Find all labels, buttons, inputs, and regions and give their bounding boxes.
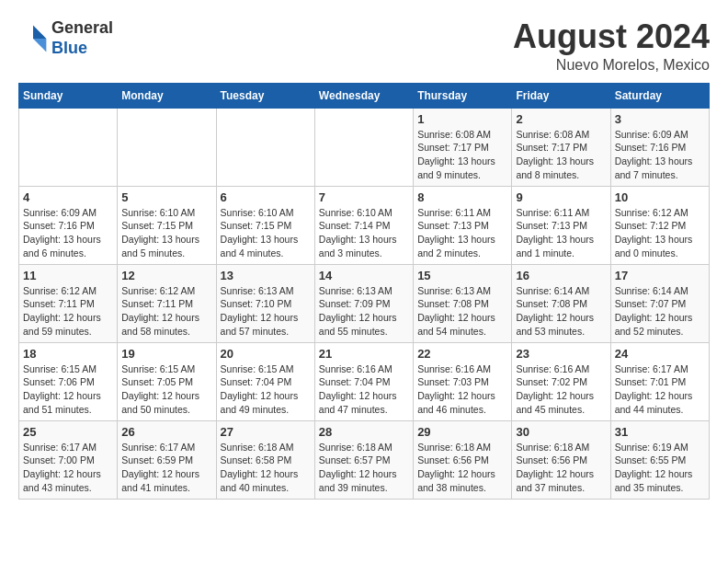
- day-number: 18: [23, 347, 113, 361]
- day-info: Sunrise: 6:14 AM Sunset: 7:08 PM Dayligh…: [516, 284, 606, 339]
- days-of-week-row: SundayMondayTuesdayWednesdayThursdayFrid…: [19, 83, 710, 108]
- day-info: Sunrise: 6:19 AM Sunset: 6:55 PM Dayligh…: [615, 441, 705, 495]
- day-number: 31: [615, 425, 705, 439]
- calendar-cell: [19, 108, 118, 186]
- day-info: Sunrise: 6:15 AM Sunset: 7:04 PM Dayligh…: [221, 362, 311, 417]
- day-number: 8: [417, 190, 507, 204]
- day-info: Sunrise: 6:18 AM Sunset: 6:57 PM Dayligh…: [319, 441, 409, 495]
- week-row-4: 18Sunrise: 6:15 AM Sunset: 7:06 PM Dayli…: [19, 342, 710, 420]
- logo-general: General: [51, 18, 113, 39]
- day-info: Sunrise: 6:15 AM Sunset: 7:06 PM Dayligh…: [23, 362, 113, 417]
- calendar-cell: [314, 108, 413, 186]
- day-of-week-saturday: Saturday: [610, 83, 709, 108]
- week-row-5: 25Sunrise: 6:17 AM Sunset: 7:00 PM Dayli…: [19, 420, 710, 499]
- day-number: 30: [516, 425, 606, 439]
- calendar-cell: 2Sunrise: 6:08 AM Sunset: 7:17 PM Daylig…: [512, 108, 610, 186]
- day-info: Sunrise: 6:13 AM Sunset: 7:08 PM Dayligh…: [417, 284, 507, 339]
- day-of-week-thursday: Thursday: [414, 83, 512, 108]
- day-info: Sunrise: 6:08 AM Sunset: 7:17 PM Dayligh…: [516, 128, 606, 182]
- calendar-cell: 30Sunrise: 6:18 AM Sunset: 6:56 PM Dayli…: [512, 420, 610, 499]
- day-number: 19: [121, 347, 211, 361]
- calendar-cell: 17Sunrise: 6:14 AM Sunset: 7:07 PM Dayli…: [610, 264, 709, 342]
- calendar-cell: 4Sunrise: 6:09 AM Sunset: 7:16 PM Daylig…: [19, 186, 118, 264]
- day-info: Sunrise: 6:11 AM Sunset: 7:13 PM Dayligh…: [417, 206, 507, 260]
- day-number: 26: [121, 425, 211, 439]
- day-number: 6: [221, 190, 311, 204]
- calendar-cell: 6Sunrise: 6:10 AM Sunset: 7:15 PM Daylig…: [216, 186, 314, 264]
- calendar-cell: 5Sunrise: 6:10 AM Sunset: 7:15 PM Daylig…: [118, 186, 216, 264]
- day-info: Sunrise: 6:16 AM Sunset: 7:03 PM Dayligh…: [417, 362, 507, 417]
- location: Nuevo Morelos, Mexico: [513, 57, 710, 74]
- day-info: Sunrise: 6:11 AM Sunset: 7:13 PM Dayligh…: [516, 206, 606, 260]
- day-number: 22: [417, 347, 507, 361]
- day-of-week-wednesday: Wednesday: [314, 83, 413, 108]
- day-number: 20: [221, 347, 311, 361]
- day-number: 24: [615, 347, 705, 361]
- calendar-cell: 10Sunrise: 6:12 AM Sunset: 7:12 PM Dayli…: [610, 186, 709, 264]
- day-number: 28: [319, 425, 409, 439]
- logo-icon: [18, 24, 48, 53]
- day-number: 2: [516, 112, 606, 126]
- day-info: Sunrise: 6:13 AM Sunset: 7:10 PM Dayligh…: [221, 284, 311, 339]
- day-info: Sunrise: 6:18 AM Sunset: 6:56 PM Dayligh…: [516, 441, 606, 495]
- calendar-cell: 29Sunrise: 6:18 AM Sunset: 6:56 PM Dayli…: [414, 420, 512, 499]
- week-row-1: 1Sunrise: 6:08 AM Sunset: 7:17 PM Daylig…: [19, 108, 710, 186]
- calendar-cell: 20Sunrise: 6:15 AM Sunset: 7:04 PM Dayli…: [216, 342, 314, 420]
- calendar-cell: 3Sunrise: 6:09 AM Sunset: 7:16 PM Daylig…: [610, 108, 709, 186]
- day-info: Sunrise: 6:10 AM Sunset: 7:15 PM Dayligh…: [121, 206, 211, 260]
- day-number: 16: [516, 269, 606, 282]
- day-info: Sunrise: 6:15 AM Sunset: 7:05 PM Dayligh…: [121, 362, 211, 417]
- week-row-2: 4Sunrise: 6:09 AM Sunset: 7:16 PM Daylig…: [19, 186, 710, 264]
- day-number: 23: [516, 347, 606, 361]
- day-info: Sunrise: 6:17 AM Sunset: 6:59 PM Dayligh…: [121, 441, 211, 495]
- title-block: August 2024 Nuevo Morelos, Mexico: [513, 18, 710, 74]
- day-of-week-friday: Friday: [512, 83, 610, 108]
- day-of-week-monday: Monday: [118, 83, 216, 108]
- calendar-cell: [118, 108, 216, 186]
- day-info: Sunrise: 6:12 AM Sunset: 7:11 PM Dayligh…: [121, 284, 211, 339]
- calendar-cell: 31Sunrise: 6:19 AM Sunset: 6:55 PM Dayli…: [610, 420, 709, 499]
- calendar-cell: 23Sunrise: 6:16 AM Sunset: 7:02 PM Dayli…: [512, 342, 610, 420]
- day-info: Sunrise: 6:16 AM Sunset: 7:04 PM Dayligh…: [319, 362, 409, 417]
- calendar-cell: 14Sunrise: 6:13 AM Sunset: 7:09 PM Dayli…: [314, 264, 413, 342]
- day-info: Sunrise: 6:13 AM Sunset: 7:09 PM Dayligh…: [319, 284, 409, 339]
- day-info: Sunrise: 6:18 AM Sunset: 6:58 PM Dayligh…: [221, 441, 311, 495]
- logo-text: General Blue: [51, 18, 113, 58]
- month-year: August 2024: [513, 18, 710, 55]
- svg-marker-0: [33, 25, 46, 38]
- day-number: 4: [23, 190, 113, 204]
- calendar-cell: 26Sunrise: 6:17 AM Sunset: 6:59 PM Dayli…: [118, 420, 216, 499]
- day-number: 12: [121, 269, 211, 282]
- day-info: Sunrise: 6:18 AM Sunset: 6:56 PM Dayligh…: [417, 441, 507, 495]
- day-info: Sunrise: 6:09 AM Sunset: 7:16 PM Dayligh…: [615, 128, 705, 182]
- calendar-cell: 12Sunrise: 6:12 AM Sunset: 7:11 PM Dayli…: [118, 264, 216, 342]
- day-number: 3: [615, 112, 705, 126]
- calendar-cell: 13Sunrise: 6:13 AM Sunset: 7:10 PM Dayli…: [216, 264, 314, 342]
- calendar-cell: 18Sunrise: 6:15 AM Sunset: 7:06 PM Dayli…: [19, 342, 118, 420]
- day-number: 1: [417, 112, 507, 126]
- calendar-cell: 24Sunrise: 6:17 AM Sunset: 7:01 PM Dayli…: [610, 342, 709, 420]
- calendar-cell: 16Sunrise: 6:14 AM Sunset: 7:08 PM Dayli…: [512, 264, 610, 342]
- day-of-week-sunday: Sunday: [19, 83, 118, 108]
- day-info: Sunrise: 6:17 AM Sunset: 7:00 PM Dayligh…: [23, 441, 113, 495]
- day-info: Sunrise: 6:12 AM Sunset: 7:12 PM Dayligh…: [615, 206, 705, 260]
- day-number: 9: [516, 190, 606, 204]
- day-number: 11: [23, 269, 113, 282]
- day-info: Sunrise: 6:09 AM Sunset: 7:16 PM Dayligh…: [23, 206, 113, 260]
- svg-marker-1: [33, 39, 46, 52]
- day-info: Sunrise: 6:08 AM Sunset: 7:17 PM Dayligh…: [417, 128, 507, 182]
- calendar-cell: 11Sunrise: 6:12 AM Sunset: 7:11 PM Dayli…: [19, 264, 118, 342]
- calendar-cell: 19Sunrise: 6:15 AM Sunset: 7:05 PM Dayli…: [118, 342, 216, 420]
- calendar-cell: 1Sunrise: 6:08 AM Sunset: 7:17 PM Daylig…: [414, 108, 512, 186]
- logo: General Blue: [18, 18, 113, 58]
- calendar-table: SundayMondayTuesdayWednesdayThursdayFrid…: [18, 83, 710, 500]
- calendar-cell: 27Sunrise: 6:18 AM Sunset: 6:58 PM Dayli…: [216, 420, 314, 499]
- logo-blue: Blue: [51, 39, 113, 59]
- day-number: 21: [319, 347, 409, 361]
- day-number: 14: [319, 269, 409, 282]
- day-info: Sunrise: 6:10 AM Sunset: 7:15 PM Dayligh…: [221, 206, 311, 260]
- calendar-cell: 21Sunrise: 6:16 AM Sunset: 7:04 PM Dayli…: [314, 342, 413, 420]
- calendar-cell: 25Sunrise: 6:17 AM Sunset: 7:00 PM Dayli…: [19, 420, 118, 499]
- calendar-cell: 8Sunrise: 6:11 AM Sunset: 7:13 PM Daylig…: [414, 186, 512, 264]
- calendar-cell: 22Sunrise: 6:16 AM Sunset: 7:03 PM Dayli…: [414, 342, 512, 420]
